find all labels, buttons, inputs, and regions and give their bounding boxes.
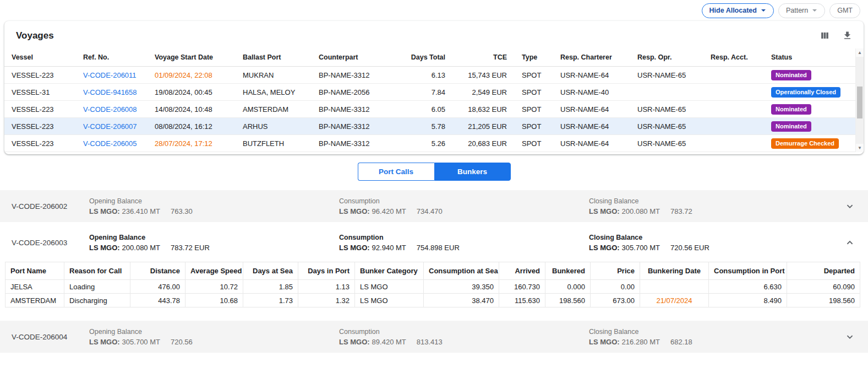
arrived-cell: 115.630 (499, 294, 545, 307)
scroll-down-icon[interactable]: ▼ (856, 144, 864, 152)
fuel-label: LS MGO: (589, 338, 620, 346)
col-tce: TCE (453, 48, 515, 67)
download-icon[interactable] (841, 29, 854, 42)
ref-no-link[interactable]: V-CODE-206007 (83, 122, 137, 131)
port-calls-table: Port Name Reason for Call Distance Avera… (5, 262, 860, 307)
page-title: Voyages (16, 30, 54, 41)
days-total-cell: 6.13 (395, 67, 453, 84)
status-badge: Nominated (771, 121, 811, 132)
tce-cell: 15,743 EUR (453, 67, 515, 84)
type-cell: SPOT (515, 67, 553, 84)
consumption-at-sea-cell: 39.350 (424, 280, 499, 294)
columns-icon[interactable] (818, 29, 831, 42)
price-cell: 673.00 (591, 294, 640, 307)
port-name-cell: AMSTERDAM (6, 294, 64, 307)
resp-acct-cell (703, 67, 764, 84)
col-days-total: Days Total (395, 48, 453, 67)
resp-opr-cell: USR-NAME-65 (630, 67, 703, 84)
ballast-port-cell: BUTZFLETH (236, 135, 312, 152)
top-toolbar: Hide Allocated Pattern GMT (0, 0, 868, 21)
tab-bunkers[interactable]: Bunkers (434, 163, 511, 181)
scrollbar[interactable]: ▲ ▼ (855, 48, 864, 152)
voyage-row[interactable]: VESSEL-223 V-CODE-206007 08/08/2024, 16:… (4, 118, 855, 135)
port-call-row[interactable]: JELSA Loading 476.00 10.72 1.85 1.13 LS … (6, 280, 860, 294)
col-consumption-at-sea: Consumption at Sea (424, 262, 499, 280)
tab-group: Port Calls Bunkers (0, 163, 868, 181)
chevron-down-icon[interactable] (842, 328, 858, 345)
ref-no-link[interactable]: V-CODE-206005 (83, 139, 137, 148)
voyage-row[interactable]: VESSEL-31 V-CODE-941658 19/08/2024, 00:4… (4, 84, 855, 101)
scrollbar-thumb[interactable] (857, 87, 862, 118)
scroll-up-icon[interactable]: ▲ (856, 48, 864, 57)
hide-allocated-button[interactable]: Hide Allocated (702, 3, 774, 18)
gmt-button[interactable]: GMT (829, 3, 860, 18)
voyage-code: V-CODE-206003 (12, 239, 89, 247)
col-resp-charterer: Resp. Charterer (553, 48, 630, 67)
voyages-header-row: Vessel Ref. No. Voyage Start Date Ballas… (4, 48, 855, 67)
tab-port-calls[interactable]: Port Calls (358, 163, 434, 181)
col-consumption-in-port: Consumption in Port (709, 262, 787, 280)
fuel-qty: 96.420 MT (372, 207, 406, 215)
voyages-panel: Voyages Vessel Ref. No. Voyage Start Dat… (4, 21, 864, 154)
balance-title: Opening Balance (89, 234, 339, 241)
balance-title: Opening Balance (89, 197, 339, 205)
section-header[interactable]: V-CODE-206003 Opening Balance LS MGO:200… (0, 224, 868, 261)
voyage-row[interactable]: VESSEL-223 V-CODE-206011 01/09/2024, 22:… (4, 67, 855, 84)
resp-charterer-cell: USR-NAME-64 (553, 135, 630, 152)
balance-title: Closing Balance (589, 234, 839, 241)
section-header[interactable]: V-CODE-206004 Opening Balance LS MGO:305… (0, 321, 868, 353)
pattern-button[interactable]: Pattern (778, 3, 825, 18)
voyages-header: Voyages (4, 21, 864, 48)
ref-no-link[interactable]: V-CODE-941658 (83, 88, 137, 96)
ballast-port-cell: ARHUS (236, 118, 312, 135)
days-in-port-cell: 1.13 (298, 280, 355, 294)
col-days-in-port: Days in Port (298, 262, 355, 280)
vessel-cell: VESSEL-223 (4, 101, 76, 118)
col-bunkered: Bunkered (545, 262, 591, 280)
voyage-row[interactable]: VESSEL-223 V-CODE-206008 14/08/2024, 10:… (4, 101, 855, 118)
col-vessel: Vessel (4, 48, 76, 67)
type-cell: SPOT (515, 101, 553, 118)
ref-no-link[interactable]: V-CODE-206011 (83, 71, 137, 79)
chevron-up-icon[interactable] (842, 234, 858, 251)
port-call-row[interactable]: AMSTERDAM Discharging 443.78 10.68 1.73 … (6, 294, 860, 307)
col-type: Type (515, 48, 553, 67)
col-reason-for-call: Reason for Call (64, 262, 130, 280)
closing-balance: Closing Balance LS MGO:200.080 MT783.72 (589, 197, 839, 215)
bunker-section-206002: V-CODE-206002 Opening Balance LS MGO:236… (0, 190, 868, 222)
resp-acct-cell (703, 118, 764, 135)
voyage-row[interactable]: VESSEL-223 V-CODE-206005 28/07/2024, 17:… (4, 135, 855, 152)
ref-no-link[interactable]: V-CODE-206008 (83, 105, 137, 114)
fuel-value: 783.72 (670, 207, 692, 215)
consumption-at-sea-cell: 38.470 (424, 294, 499, 307)
section-header[interactable]: V-CODE-206002 Opening Balance LS MGO:236… (0, 190, 868, 222)
col-distance: Distance (130, 262, 185, 280)
arrived-cell: 160.730 (499, 280, 545, 294)
counterpart-cell: BP-NAME-3312 (312, 67, 395, 84)
col-port-name: Port Name (6, 262, 64, 280)
closing-balance: Closing Balance LS MGO:216.280 MT682.18 (589, 328, 839, 346)
col-status: Status (764, 48, 855, 67)
distance-cell: 476.00 (130, 280, 185, 294)
consumption-balance: Consumption LS MGO:96.420 MT734.470 (339, 197, 589, 215)
fuel-label: LS MGO: (89, 244, 120, 252)
ballast-port-cell: MUKRAN (236, 67, 312, 84)
fuel-label: LS MGO: (339, 244, 370, 252)
port-name-cell: JELSA (6, 280, 64, 294)
vessel-cell: VESSEL-223 (4, 118, 76, 135)
bunker-category-cell: LS MGO (355, 280, 424, 294)
days-at-sea-cell: 1.85 (243, 280, 298, 294)
counterpart-cell: BP-NAME-3312 (312, 135, 395, 152)
chevron-down-icon[interactable] (842, 198, 858, 214)
fuel-value: 754.898 EUR (417, 244, 460, 252)
status-badge: Nominated (771, 104, 811, 115)
resp-opr-cell: USR-NAME-65 (630, 101, 703, 118)
scrollbar-track[interactable] (856, 57, 864, 144)
bunker-sections: V-CODE-206002 Opening Balance LS MGO:236… (0, 190, 868, 353)
col-price: Price (591, 262, 640, 280)
balance-title: Consumption (339, 328, 589, 336)
chevron-down-icon (812, 8, 817, 13)
port-table-header-row: Port Name Reason for Call Distance Avera… (6, 262, 860, 280)
col-average-speed: Average Speed (185, 262, 243, 280)
vessel-cell: VESSEL-223 (4, 67, 76, 84)
